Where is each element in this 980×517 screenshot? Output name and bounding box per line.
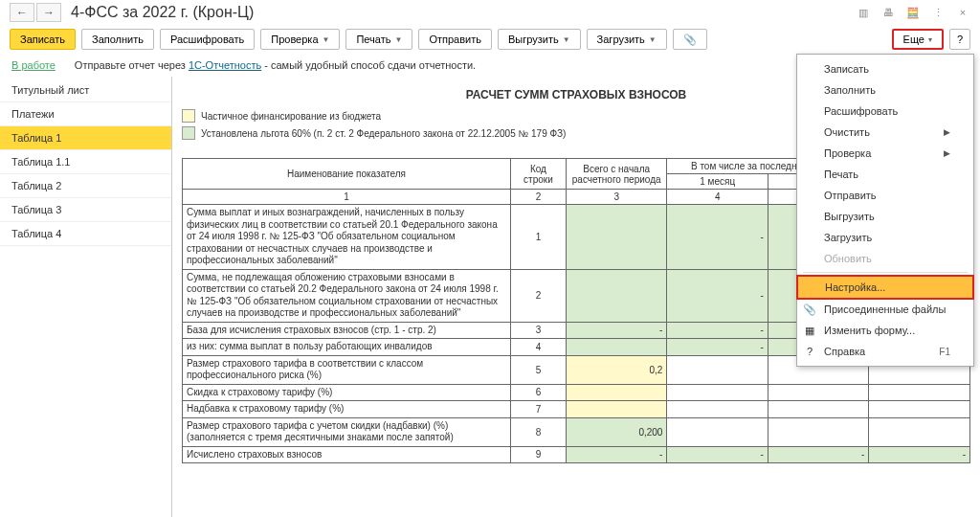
print-icon[interactable]: 🖶 [880, 5, 896, 20]
legend-swatch-green [182, 126, 195, 140]
check-button[interactable]: Проверка▼ [260, 29, 340, 50]
paperclip-icon: 📎 [683, 34, 697, 46]
download-button[interactable]: Загрузить▼ [587, 29, 667, 50]
table-row: Надбавка к страховому тарифу (%)7 [183, 401, 970, 418]
arrow-left-icon: ← [16, 6, 28, 19]
cell[interactable] [667, 417, 768, 446]
th-code: Код строки [510, 159, 566, 190]
cell[interactable]: - [566, 322, 667, 339]
new-window-icon[interactable]: ▥ [856, 5, 871, 20]
table-row: Исчислено страховых взносов9---- [183, 446, 970, 463]
calc-icon[interactable]: 🧮 [905, 5, 921, 20]
help-button[interactable]: ? [949, 29, 970, 50]
th-total: Всего с начала расчетного периода [566, 159, 667, 190]
cell[interactable]: - [667, 205, 768, 270]
write-button[interactable]: Записать [10, 29, 76, 50]
upload-button[interactable]: Выгрузить▼ [498, 29, 581, 50]
menu-item[interactable]: Проверка▶ [797, 143, 973, 164]
cell[interactable] [566, 384, 667, 401]
sidebar-item[interactable]: Платежи [0, 102, 171, 126]
legend-text-1: Частичное финансирование из бюджета [201, 111, 381, 122]
cell[interactable] [566, 339, 667, 356]
cell[interactable] [768, 384, 869, 401]
cell[interactable]: - [768, 446, 869, 463]
arrow-right-icon: → [43, 6, 55, 19]
chevron-down-icon: ▼ [649, 35, 657, 44]
more-dropdown: ЗаписатьЗаполнитьРасшифроватьОчистить▶Пр… [796, 54, 974, 367]
table-row: Скидка к страховому тарифу (%)6 [183, 384, 970, 401]
cell[interactable] [667, 355, 768, 384]
table-row: Размер страхового тарифа с учетом скидки… [183, 417, 970, 446]
menu-item[interactable]: Загрузить [797, 227, 973, 248]
chevron-down-icon: ▼ [563, 35, 570, 44]
cell[interactable] [667, 384, 768, 401]
clip-icon: 📎 [803, 303, 816, 316]
menu-item[interactable]: Выгрузить [797, 206, 973, 227]
print-button[interactable]: Печать▼ [345, 29, 412, 50]
fill-button[interactable]: Заполнить [81, 29, 154, 50]
sidebar: Титульный листПлатежиТаблица 1Таблица 1.… [0, 77, 172, 517]
cell[interactable]: - [667, 322, 768, 339]
back-button[interactable]: ← [10, 3, 34, 22]
cell[interactable]: - [869, 446, 970, 463]
menu-item[interactable]: Записать [797, 58, 973, 79]
chevron-down-icon: ▼ [323, 35, 330, 44]
cell[interactable] [667, 401, 768, 418]
cell[interactable] [566, 269, 667, 322]
th-name: Наименование показателя [183, 159, 511, 190]
status-link[interactable]: В работе [11, 59, 56, 71]
chevron-right-icon: ▶ [944, 148, 950, 158]
menu-item[interactable]: Печать [797, 164, 973, 185]
cell[interactable] [566, 401, 667, 418]
decode-button[interactable]: Расшифровать [160, 29, 255, 50]
menu-item[interactable]: ?СправкаF1 [797, 341, 973, 362]
legend-text-2: Установлена льгота 60% (п. 2 ст. 2 Федер… [201, 128, 566, 139]
help-icon: ? [803, 345, 816, 358]
more-button[interactable]: Еще▾ [892, 29, 944, 50]
chevron-right-icon: ▶ [944, 127, 950, 137]
menu-item[interactable]: Очистить▶ [797, 122, 973, 143]
chevron-down-icon: ▼ [395, 35, 403, 44]
send-button[interactable]: Отправить [418, 29, 492, 50]
cell[interactable]: - [566, 446, 667, 463]
menu-item[interactable]: 📎Присоединенные файлы [797, 299, 973, 320]
attach-button[interactable]: 📎 [673, 29, 707, 50]
cell[interactable]: - [667, 339, 768, 356]
form-icon: ▦ [803, 324, 816, 337]
sidebar-item[interactable]: Таблица 3 [0, 198, 171, 222]
cell[interactable] [768, 401, 869, 418]
sidebar-item[interactable]: Титульный лист [0, 79, 171, 102]
cell[interactable]: 0,2 [566, 355, 667, 384]
cell[interactable] [869, 401, 970, 418]
menu-item[interactable]: Отправить [797, 185, 973, 206]
sidebar-item[interactable]: Таблица 1 [0, 126, 171, 150]
cell[interactable]: 0,200 [566, 417, 667, 446]
cell[interactable] [869, 384, 970, 401]
cell[interactable] [869, 417, 970, 446]
more-icon[interactable]: ⋮ [930, 5, 946, 20]
menu-item: Обновить [797, 248, 973, 269]
service-link[interactable]: 1С-Отчетность [189, 59, 261, 71]
cell[interactable] [566, 205, 667, 270]
th-m1: 1 месяц [667, 174, 768, 190]
menu-item[interactable]: Заполнить [797, 79, 973, 101]
legend-swatch-yellow [182, 109, 195, 123]
cell[interactable] [768, 417, 869, 446]
sidebar-item[interactable]: Таблица 2 [0, 174, 171, 198]
cell[interactable]: - [667, 446, 768, 463]
forward-button[interactable]: → [36, 3, 61, 22]
cell[interactable]: - [667, 269, 768, 322]
close-icon[interactable]: × [955, 5, 970, 20]
menu-item[interactable]: Настройка... [796, 275, 974, 300]
info-text: Отправьте отчет через 1С-Отчетность - са… [75, 59, 476, 71]
menu-item[interactable]: ▦Изменить форму... [797, 320, 973, 341]
menu-item[interactable]: Расшифровать [797, 101, 973, 122]
chevron-down-icon: ▾ [928, 35, 932, 44]
page-title: 4-ФСС за 2022 г. (Крон-Ц) [71, 4, 856, 21]
sidebar-item[interactable]: Таблица 1.1 [0, 150, 171, 174]
sidebar-item[interactable]: Таблица 4 [0, 222, 171, 246]
